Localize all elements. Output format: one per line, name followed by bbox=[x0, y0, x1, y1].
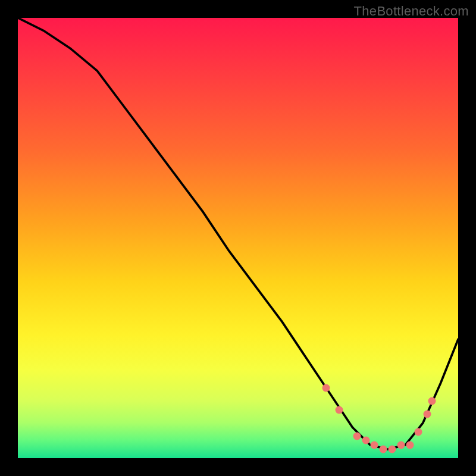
watermark-text: TheBottleneck.com bbox=[354, 4, 469, 19]
sweet-spot-dot bbox=[322, 384, 330, 392]
sweet-spot-dot bbox=[397, 441, 405, 449]
sweet-spot-dot bbox=[362, 437, 369, 444]
sweet-spot-dot bbox=[424, 411, 431, 418]
sweet-spot-dot bbox=[336, 406, 343, 414]
plot-area bbox=[18, 18, 458, 458]
chart-stage: TheBottleneck.com bbox=[0, 0, 476, 476]
sweet-spot-dot bbox=[371, 441, 378, 449]
bottleneck-curve bbox=[18, 18, 458, 458]
sweet-spot-dot bbox=[415, 428, 422, 436]
sweet-spot-dot bbox=[353, 433, 361, 440]
sweet-spot-dot bbox=[389, 446, 396, 453]
sweet-spot-dot bbox=[406, 441, 414, 449]
sweet-spot-dot bbox=[428, 397, 436, 405]
sweet-spot-dot bbox=[380, 446, 387, 453]
